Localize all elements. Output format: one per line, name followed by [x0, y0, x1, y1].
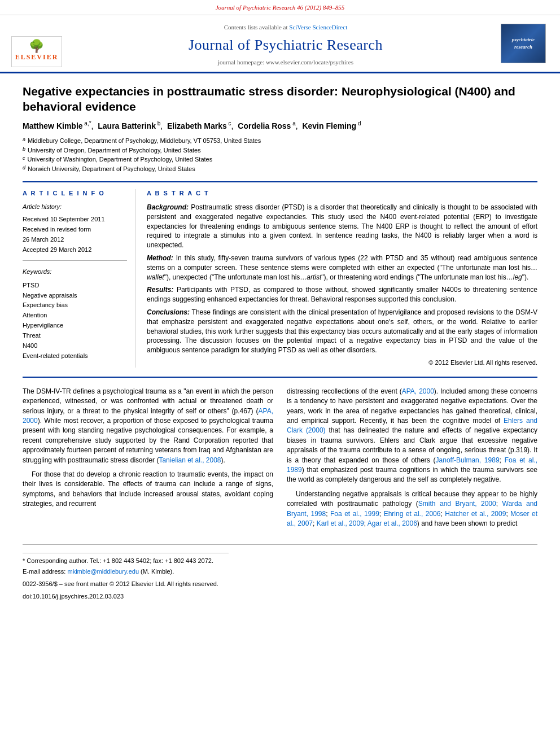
abstract-heading: A B S T R A C T: [147, 189, 537, 198]
article-info-abstract-section: A R T I C L E I N F O Article history: R…: [23, 181, 537, 368]
abstract-text: Background: Posttraumatic stress disorde…: [147, 203, 537, 355]
affil-b-text: University of Oregon, Department of Psyc…: [28, 146, 201, 155]
affiliations: a Middlebury College, Department of Psyc…: [23, 136, 537, 173]
footnote-corresponding-text: * Corresponding author. Tel.: +1 802 443…: [23, 557, 213, 564]
affil-c: c University of Washington, Department o…: [23, 155, 537, 164]
psych-research-label: psychiatricresearch: [512, 36, 535, 50]
header-right: psychiatricresearch: [498, 20, 549, 72]
keyword-hypervigilance: Hypervigilance: [23, 321, 127, 330]
footer-divider: [23, 553, 229, 553]
history-revised-date: 26 March 2012: [23, 235, 127, 244]
history-label: Article history:: [23, 203, 127, 212]
body-text-section: The DSM-IV-TR defines a psychological tr…: [23, 387, 537, 533]
affil-b: b University of Oregon, Department of Ps…: [23, 146, 537, 155]
ref-ehlers-clark[interactable]: Ehlers and Clark (2000): [287, 417, 537, 434]
header-left: 🌳 ELSEVIER: [11, 20, 73, 72]
keywords-section: Keywords: PTSD Negative appraisals Expec…: [23, 268, 127, 361]
article-info-column: A R T I C L E I N F O Article history: R…: [23, 189, 135, 368]
author-laura-batterink: Laura Batterink: [98, 121, 156, 130]
copyright-line: © 2012 Elsevier Ltd. All rights reserved…: [147, 359, 537, 368]
keywords-heading: Keywords:: [23, 268, 127, 277]
affil-c-text: University of Washington, Department of …: [28, 155, 213, 164]
doi-text: doi:10.1016/j.jpsychires.2012.03.023: [23, 593, 124, 600]
journal-citation-bar: Journal of Psychiatric Research 46 (2012…: [0, 0, 560, 15]
footnote-email: E-mail address: mkimble@middlebury.edu (…: [23, 567, 537, 576]
ref-hatcher[interactable]: Hatcher et al., 2009: [445, 510, 506, 518]
keyword-neg-appraisals: Negative appraisals: [23, 291, 127, 300]
email-link[interactable]: mkimble@middlebury.edu: [67, 568, 139, 575]
abstract-background-text: Posttraumatic stress disorder (PTSD) is …: [147, 203, 537, 249]
ref-smith-bryant[interactable]: Smith and Bryant, 2000: [418, 500, 496, 508]
abstract-results-label: Results:: [147, 286, 173, 294]
affil-a: a Middlebury College, Department of Psyc…: [23, 136, 537, 146]
section-divider: [23, 377, 537, 378]
ref-foa-1999[interactable]: Foa et al., 1999: [330, 510, 379, 518]
main-content: Negative expectancies in posttraumatic s…: [0, 73, 560, 613]
sciverse-line: Contents lists available at SciVerse Sci…: [79, 23, 492, 32]
abstract-method-text: In this study, fifty-seven trauma surviv…: [147, 254, 537, 281]
ref-foa-1989[interactable]: Foa et al., 1989: [287, 456, 537, 474]
ref-apa-2000-1[interactable]: APA, 2000: [23, 407, 273, 425]
footer-section: * Corresponding author. Tel.: +1 802 443…: [23, 544, 537, 601]
sciverse-text: Contents lists available at: [224, 24, 289, 30]
body-col-right: distressing recollections of the event (…: [287, 387, 537, 533]
ref-agar[interactable]: Agar et al., 2006: [368, 519, 417, 527]
abstract-results-text: Participants with PTSD, as compared to t…: [147, 286, 537, 303]
author-elizabeth-marks: Elizabeth Marks: [167, 121, 227, 130]
abstract-results: Results: Participants with PTSD, as comp…: [147, 285, 537, 304]
abstract-method-label: Method:: [147, 254, 173, 262]
email-label: E-mail address:: [23, 568, 65, 575]
article-title: Negative expectancies in posttraumatic s…: [23, 84, 537, 115]
doi-line: doi:10.1016/j.jpsychires.2012.03.023: [23, 592, 537, 601]
journal-url: journal homepage: www.elsevier.com/locat…: [79, 58, 492, 67]
abstract-column: A B S T R A C T Background: Posttraumati…: [147, 189, 537, 368]
body-p1: The DSM-IV-TR defines a psychological tr…: [23, 387, 273, 465]
sciverse-link[interactable]: SciVerse ScienceDirect: [289, 24, 347, 30]
journal-title-header: Journal of Psychiatric Research: [79, 34, 492, 56]
abstract-method: Method: In this study, fifty-seven traum…: [147, 254, 537, 282]
ref-ehring[interactable]: Ehring et al., 2006: [384, 510, 441, 518]
abstract-background-label: Background:: [147, 203, 189, 211]
body-p3: distressing recollections of the event (…: [287, 387, 537, 485]
ref-karl[interactable]: Karl et al., 2009: [317, 519, 364, 527]
abstract-background: Background: Posttraumatic stress disorde…: [147, 203, 537, 250]
article-info-heading: A R T I C L E I N F O: [23, 189, 127, 198]
keyword-ptsd: PTSD: [23, 281, 127, 290]
keyword-n400: N400: [23, 342, 127, 351]
keyword-attention: Attention: [23, 311, 127, 320]
page: Journal of Psychiatric Research 46 (2012…: [0, 0, 560, 747]
keyword-threat: Threat: [23, 331, 127, 340]
affil-a-text: Middlebury College, Department of Psycho…: [28, 136, 261, 146]
abstract-conclusions: Conclusions: These findings are consiste…: [147, 308, 537, 355]
ref-apa-2000-2[interactable]: APA, 2000: [402, 387, 434, 395]
history-revised-label: Received in revised form: [23, 225, 127, 234]
footnote-corresponding: * Corresponding author. Tel.: +1 802 443…: [23, 557, 537, 566]
body-col-left: The DSM-IV-TR defines a psychological tr…: [23, 387, 273, 533]
body-p2: For those that do develop a chronic reac…: [23, 470, 273, 509]
body-p4: Understanding negative appraisals is cri…: [287, 490, 537, 529]
ref-tanielian[interactable]: Tanielian et al., 2008: [159, 456, 221, 464]
elsevier-logo: 🌳 ELSEVIER: [11, 36, 62, 67]
tree-icon: 🌳: [29, 40, 45, 53]
issn-text: 0022-3956/$ – see front matter © 2012 El…: [23, 580, 218, 587]
abstract-conclusions-label: Conclusions:: [147, 308, 190, 316]
affil-d: d Norwich University, Department of Psyc…: [23, 164, 537, 174]
author-matthew-kimble: Matthew Kimble: [23, 121, 83, 130]
keyword-erp: Event-related potentials: [23, 352, 127, 361]
issn-line: 0022-3956/$ – see front matter © 2012 El…: [23, 580, 537, 589]
history-received: Received 10 September 2011: [23, 215, 127, 224]
authors-line: Matthew Kimble a,*, Laura Batterink b, E…: [23, 120, 537, 132]
email-suffix: (M. Kimble).: [141, 568, 174, 575]
elsevier-label: ELSEVIER: [15, 53, 59, 62]
journal-header: 🌳 ELSEVIER Contents lists available at S…: [0, 15, 560, 73]
ref-janoff-bulman[interactable]: Janoff-Bulman, 1989: [436, 456, 500, 464]
author-cordelia-ross: Cordelia Ross: [238, 121, 291, 130]
history-accepted: Accepted 29 March 2012: [23, 246, 127, 255]
header-center: Contents lists available at SciVerse Sci…: [73, 20, 498, 72]
psych-research-box: psychiatricresearch: [501, 24, 546, 63]
keyword-expectancy-bias: Expectancy bias: [23, 301, 127, 310]
affil-d-text: Norwich University, Department of Psycho…: [28, 164, 195, 174]
journal-citation: Journal of Psychiatric Research 46 (2012…: [216, 4, 345, 11]
divider-history: [23, 260, 127, 261]
author-kevin-fleming: Kevin Fleming: [302, 121, 356, 130]
